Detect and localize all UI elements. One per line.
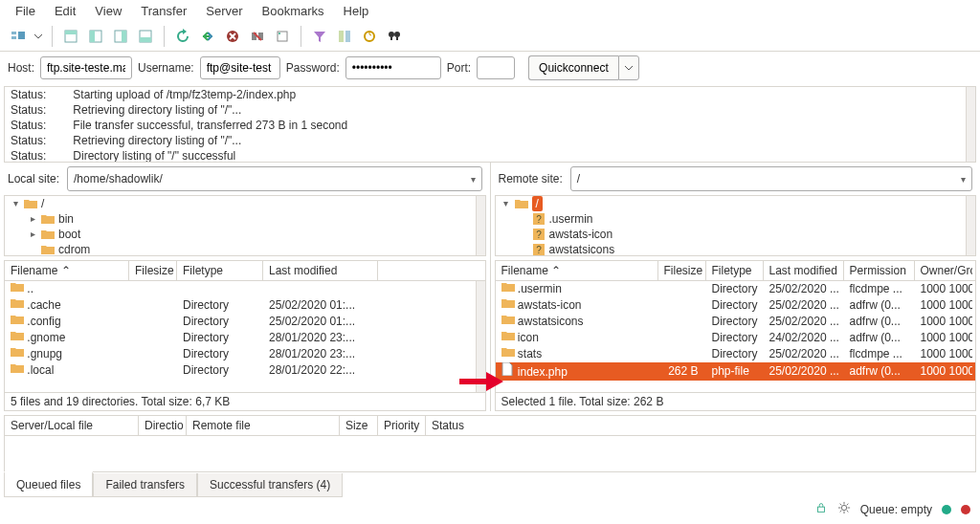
quickconnect-button[interactable]: Quickconnect (528, 55, 618, 80)
tree-node[interactable]: ▾/ (496, 196, 976, 211)
local-site-label: Local site: (8, 172, 59, 186)
file-row[interactable]: .configDirectory25/02/2020 01:... (5, 314, 485, 330)
remote-site-label: Remote site: (499, 172, 563, 186)
remote-tree[interactable]: ▾/?.usermin?awstats-icon?awstatsicons (495, 195, 977, 256)
menu-transfer[interactable]: Transfer (131, 2, 196, 20)
file-row[interactable]: awstats-iconDirectory25/02/2020 ...adfrw… (496, 297, 976, 314)
password-input[interactable] (345, 56, 441, 79)
tree-node[interactable]: ?awstatsicons (496, 242, 976, 256)
svg-rect-8 (122, 31, 126, 42)
tree-node[interactable]: ▸boot (5, 227, 485, 242)
filter-icon[interactable] (309, 26, 330, 47)
queue-header[interactable]: Server/Local file Directio Remote file S… (5, 416, 975, 436)
gear-icon[interactable] (837, 501, 851, 517)
quickconnect-dropdown[interactable] (618, 55, 639, 80)
svg-text:?: ? (536, 229, 542, 240)
tab-queued[interactable]: Queued files (4, 471, 93, 497)
svg-text:?: ? (536, 214, 542, 225)
message-log[interactable]: Status:Starting upload of /tmp/fz3temp-2… (4, 86, 976, 163)
reconnect-icon[interactable] (272, 26, 293, 47)
file-row[interactable]: .gnomeDirectory28/01/2020 23:... (5, 330, 485, 346)
toggle-remotetree-icon[interactable] (110, 26, 131, 47)
svg-point-19 (389, 32, 394, 37)
password-label: Password: (286, 61, 340, 75)
svg-rect-16 (339, 31, 344, 42)
remote-filelist[interactable]: Filename ⌃ Filesize Filetype Last modifi… (495, 260, 977, 393)
file-row[interactable]: .localDirectory28/01/2020 22:... (5, 362, 485, 379)
host-input[interactable] (40, 56, 132, 79)
chevron-down-icon[interactable]: ▾ (471, 174, 476, 185)
scrollbar[interactable] (476, 281, 485, 392)
svg-rect-1 (11, 36, 16, 39)
tree-node[interactable]: ▾/ (5, 196, 485, 211)
svg-rect-27 (817, 507, 824, 512)
svg-point-28 (841, 505, 846, 510)
toggle-log-icon[interactable] (60, 26, 81, 47)
local-path-combo[interactable]: /home/shadowlik/▾ (67, 166, 481, 191)
username-input[interactable] (200, 56, 280, 79)
statusbar: Queue: empty (0, 497, 980, 521)
port-input[interactable] (477, 56, 515, 79)
file-row[interactable]: .cacheDirectory25/02/2020 01:... (5, 297, 485, 314)
menu-bookmarks[interactable]: Bookmarks (253, 2, 334, 20)
tab-failed[interactable]: Failed transfers (93, 473, 197, 497)
local-filelist[interactable]: Filename ⌃ Filesize Filetype Last modifi… (4, 260, 486, 393)
search-icon[interactable] (384, 26, 405, 47)
tree-node[interactable]: ?.usermin (496, 211, 976, 227)
file-row[interactable]: index.php262 Bphp-file25/02/2020 ...adfr… (496, 362, 976, 381)
cancel-icon[interactable] (222, 26, 243, 47)
menu-help[interactable]: Help (334, 2, 379, 20)
svg-rect-2 (18, 32, 25, 39)
remote-status: Selected 1 file. Total size: 262 B (495, 393, 977, 411)
scrollbar[interactable] (476, 196, 485, 255)
chevron-down-icon[interactable]: ▾ (961, 174, 966, 185)
status-dot-1 (942, 505, 951, 514)
port-label: Port: (447, 61, 471, 75)
sitemanager-dd-icon[interactable] (33, 26, 44, 47)
svg-rect-6 (90, 31, 95, 42)
process-queue-icon[interactable] (197, 26, 218, 47)
local-status: 5 files and 19 directories. Total size: … (4, 393, 486, 411)
remote-header[interactable]: Filename ⌃ Filesize Filetype Last modifi… (496, 261, 976, 281)
local-header[interactable]: Filename ⌃ Filesize Filetype Last modifi… (5, 261, 485, 281)
toggle-queue-icon[interactable] (135, 26, 156, 47)
status-dot-2 (961, 505, 970, 514)
file-row[interactable]: .gnupgDirectory28/01/2020 23:... (5, 346, 485, 362)
menu-server[interactable]: Server (196, 2, 252, 20)
menubar: File Edit View Transfer Server Bookmarks… (0, 0, 980, 21)
compare-icon[interactable] (334, 26, 355, 47)
scrollbar[interactable] (966, 196, 975, 255)
tree-node[interactable]: ▸bin (5, 211, 485, 227)
menu-view[interactable]: View (85, 2, 131, 20)
tab-successful[interactable]: Successful transfers (4) (197, 473, 343, 497)
sitemanager-icon[interactable] (8, 26, 29, 47)
local-tree[interactable]: ▾/▸bin▸bootcdrom (4, 195, 486, 256)
sync-browse-icon[interactable] (359, 26, 380, 47)
queue-status: Queue: empty (860, 503, 932, 516)
file-row[interactable]: awstatsiconsDirectory25/02/2020 ...adfrw… (496, 314, 976, 330)
username-label: Username: (138, 61, 194, 75)
tree-node[interactable]: cdrom (5, 242, 485, 256)
toggle-localtree-icon[interactable] (85, 26, 106, 47)
disconnect-icon[interactable] (247, 26, 268, 47)
menu-edit[interactable]: Edit (45, 2, 85, 20)
svg-point-15 (278, 33, 280, 34)
file-row[interactable]: .userminDirectory25/02/2020 ...flcdmpe .… (496, 281, 976, 297)
file-row[interactable]: statsDirectory25/02/2020 ...flcdmpe ...1… (496, 346, 976, 362)
local-pane: Local site: /home/shadowlik/▾ ▾/▸bin▸boo… (0, 163, 491, 411)
remote-path-combo[interactable]: /▾ (570, 166, 972, 191)
svg-rect-17 (345, 31, 350, 42)
scrollbar[interactable] (966, 87, 975, 162)
log-line: Status:File transfer successful, transfe… (11, 118, 969, 133)
refresh-icon[interactable] (172, 26, 193, 47)
file-row[interactable]: iconDirectory24/02/2020 ...adfrw (0...10… (496, 330, 976, 346)
svg-point-20 (394, 32, 400, 37)
lock-icon (814, 501, 828, 517)
file-row[interactable]: .. (5, 281, 485, 297)
menu-file[interactable]: File (6, 2, 45, 20)
remote-pane: Remote site: /▾ ▾/?.usermin?awstats-icon… (491, 163, 981, 411)
svg-rect-4 (65, 31, 77, 34)
transfer-queue[interactable]: Server/Local file Directio Remote file S… (4, 415, 976, 472)
svg-rect-10 (140, 37, 151, 42)
tree-node[interactable]: ?awstats-icon (496, 227, 976, 242)
